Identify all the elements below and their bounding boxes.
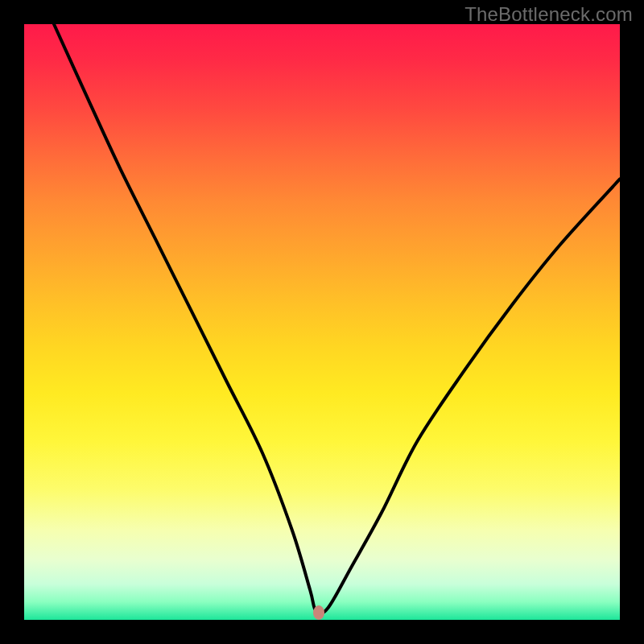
minimum-marker: [313, 605, 324, 620]
plot-area: [24, 24, 620, 620]
watermark-text: TheBottleneck.com: [464, 3, 633, 26]
heat-gradient-background: [24, 24, 620, 620]
chart-container: TheBottleneck.com: [0, 0, 644, 644]
